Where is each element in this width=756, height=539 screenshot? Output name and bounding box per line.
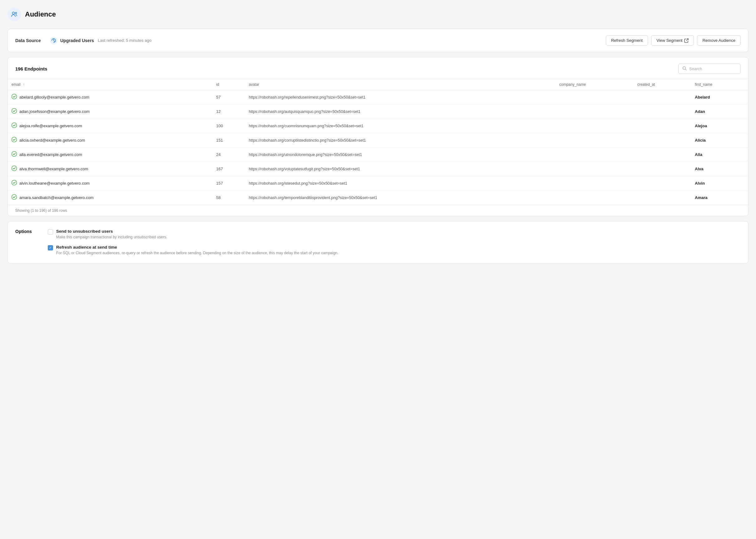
svg-point-4 [12,94,17,99]
option-text-send-unsub: Send to unsubscribed users Make this cam… [56,229,167,240]
endpoints-card: 196 Endpoints email ↑ id avatar [8,57,748,216]
company-name-value [556,119,634,133]
table-row: alla.evered@example.getvero.com 24 https… [8,148,748,162]
col-created-at: created_at [634,79,691,90]
option-title-send-unsub: Send to unsubscribed users [56,229,167,234]
id-value: 100 [213,119,245,133]
email-value: abelard.gillooly@example.getvero.com [19,95,89,100]
remove-audience-button[interactable]: Remove Audience [697,35,741,45]
table-row: amara.sandbatch@example.getvero.com 58 h… [8,191,748,205]
refresh-time: Last refreshed: 5 minutes ago [98,38,151,43]
table-header-row: email ↑ id avatar company_name created_a… [8,79,748,90]
created-at-value [634,133,691,148]
created-at-value [634,162,691,176]
email-value: alicia.oxherd@example.getvero.com [19,138,85,142]
company-name-value [556,176,634,191]
first-name-value: Alla [691,148,748,162]
search-icon [682,66,687,71]
col-email[interactable]: email ↑ [8,79,213,90]
company-name-value [556,133,634,148]
endpoints-table: email ↑ id avatar company_name created_a… [8,79,748,205]
endpoints-count: 196 Endpoints [15,66,47,71]
table-row: alejoa.rolfe@example.getvero.com 100 htt… [8,119,748,133]
first-name-value: Amara [691,191,748,205]
id-value: 157 [213,176,245,191]
check-icon [12,122,17,129]
table-row: alicia.oxherd@example.getvero.com 151 ht… [8,133,748,148]
avatar-value: https://robohash.org/corruptiistedistinc… [245,133,556,148]
svg-point-10 [12,180,17,185]
external-link-icon [684,38,689,43]
table-row: alva.thormwell@example.getvero.com 167 h… [8,162,748,176]
option-row-refresh-audience: ✓ Refresh audience at send time For SQL … [48,245,741,256]
created-at-value [634,191,691,205]
datasource-card: Data Source Upgraded Users Last refreshe… [8,29,748,52]
showing-text: Showing (1 to 196) of 196 rows [8,205,748,216]
checkbox-send-unsub[interactable] [48,229,53,235]
first-name-value: Adan [691,105,748,119]
id-value: 57 [213,90,245,105]
created-at-value [634,90,691,105]
search-box[interactable] [678,64,741,74]
col-first-name: first_name [691,79,748,90]
id-value: 12 [213,105,245,119]
svg-point-0 [13,12,15,14]
avatar-value: https://robohash.org/temporeblanditiispr… [245,191,556,205]
checkbox-refresh-audience[interactable]: ✓ [48,245,53,251]
page-title: Audience [25,10,56,18]
first-name-value: Alvin [691,176,748,191]
id-value: 151 [213,133,245,148]
option-desc-send-unsub: Make this campaign transactional by incl… [56,235,167,240]
id-value: 58 [213,191,245,205]
col-id: id [213,79,245,90]
table-row: alvin.loutheane@example.getvero.com 157 … [8,176,748,191]
first-name-value: Alejoa [691,119,748,133]
sort-arrow-email: ↑ [23,82,25,87]
search-input[interactable] [689,66,737,71]
option-text-refresh-audience: Refresh audience at send time For SQL or… [56,245,338,256]
first-name-value: Alicia [691,133,748,148]
options-label: Options [15,229,40,256]
check-icon [12,166,17,172]
view-segment-button[interactable]: View Segment [651,35,694,45]
email-value: alla.evered@example.getvero.com [19,152,82,157]
svg-point-6 [12,123,17,128]
avatar-value: https://robohash.org/istesedut.png?size=… [245,176,556,191]
table-body: abelard.gillooly@example.getvero.com 57 … [8,90,748,205]
id-value: 24 [213,148,245,162]
refresh-segment-button[interactable]: Refresh Segment [606,35,648,45]
datasource-actions: Refresh Segment View Segment Remove Audi… [606,35,741,45]
created-at-value [634,148,691,162]
col-company-name: company_name [556,79,634,90]
created-at-value [634,119,691,133]
option-row-send-unsub: Send to unsubscribed users Make this cam… [48,229,741,240]
svg-point-7 [12,137,17,142]
check-icon [12,137,17,143]
options-card: Options Send to unsubscribed users Make … [8,221,748,264]
svg-point-5 [12,109,17,114]
avatar-value: https://robohash.org/cuomnisnumquam.png?… [245,119,556,133]
company-name-value [556,162,634,176]
segment-name: Upgraded Users [60,38,94,43]
id-value: 167 [213,162,245,176]
endpoints-header: 196 Endpoints [8,57,748,79]
check-icon [12,180,17,187]
email-value: alva.thormwell@example.getvero.com [19,167,88,171]
company-name-value [556,191,634,205]
datasource-label: Data Source [15,38,44,43]
company-name-value [556,148,634,162]
svg-point-9 [12,166,17,171]
options-rows: Send to unsubscribed users Make this cam… [48,229,741,256]
check-icon [12,108,17,115]
svg-point-11 [12,194,17,199]
first-name-value: Alva [691,162,748,176]
avatar-value: https://robohash.org/autquisquamquo.png?… [245,105,556,119]
company-name-value [556,90,634,105]
table-row: adan.josefsson@example.getvero.com 12 ht… [8,105,748,119]
email-value: amara.sandbatch@example.getvero.com [19,195,94,200]
table-container: email ↑ id avatar company_name created_a… [8,79,748,205]
check-icon [12,151,17,158]
avatar-value: https://robohash.org/utnondoloremque.png… [245,148,556,162]
first-name-value: Abelard [691,90,748,105]
check-icon [12,194,17,201]
